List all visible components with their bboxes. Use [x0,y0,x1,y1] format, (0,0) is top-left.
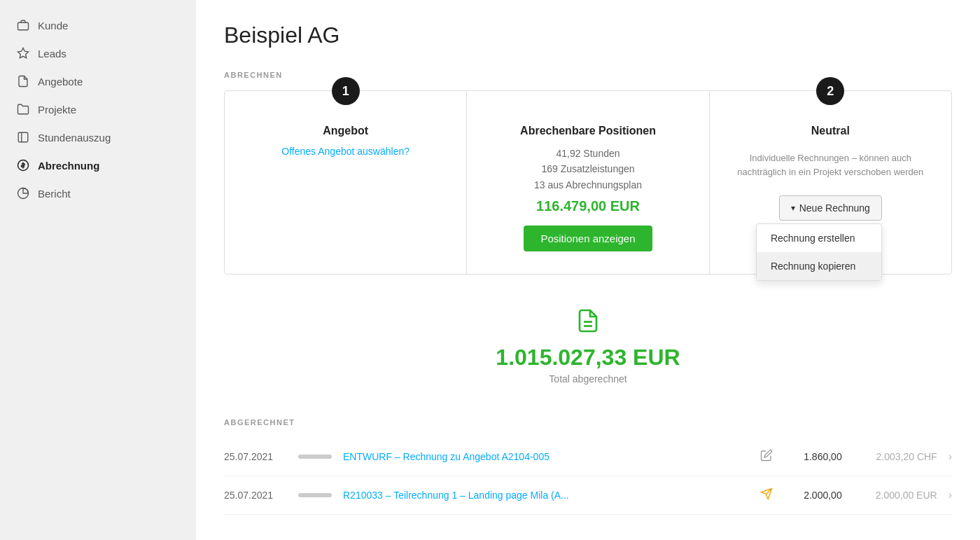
sidebar-item-kunde[interactable]: Kunde [0,11,196,39]
clock-icon [17,131,29,144]
sidebar-item-stundenauszug[interactable]: Stundenauszug [0,123,196,151]
invoice-expand-1[interactable]: › [948,450,952,463]
chart-icon [17,187,29,200]
abgerechnet-label: ABGERECHNET [224,418,952,427]
card-angebot: 1 Angebot Offenes Angebot auswählen? [225,91,467,274]
card-neutral-description: Individuelle Rechnungen – können auch na… [732,151,929,179]
total-section: 1.015.027,33 EUR Total abgerechnet [224,303,952,390]
card-neutral: 2 Neutral Individuelle Rechnungen – könn… [710,91,951,274]
invoice-total-1: 2.003,20 CHF [853,451,937,462]
svg-rect-0 [18,22,29,30]
table-row: 25.07.2021 R210033 – Teilrechnung 1 – La… [224,476,952,515]
briefcase-icon [17,19,29,32]
billing-cards: 1 Angebot Offenes Angebot auswählen? Abr… [224,90,952,275]
sidebar-label-bericht: Bericht [38,188,71,200]
edit-icon [758,449,775,464]
send-icon [758,487,775,503]
invoice-amount-1: 1.860,00 [786,451,842,462]
card-positionen: Abrechenbare Positionen 41,92 Stunden 16… [467,91,709,274]
total-doc-icon [575,308,601,339]
sidebar-item-angebote[interactable]: Angebote [0,67,196,95]
invoice-date-2: 25.07.2021 [224,490,287,501]
total-amount: 1.015.027,33 EUR [496,345,680,371]
sidebar-label-abrechnung: Abrechnung [38,160,99,172]
sidebar-item-abrechnung[interactable]: Abrechnung [0,151,196,179]
sidebar: Kunde Leads Angebote Projekte [0,0,196,540]
abrechnen-label: ABRECHNEN [224,71,952,79]
table-row: 25.07.2021 ENTWURF – Rechnung zu Angebot… [224,438,952,476]
sidebar-label-leads: Leads [38,48,66,60]
card-angebot-title: Angebot [323,125,368,137]
invoice-amount-2: 2.000,00 [786,490,842,501]
invoice-title-2[interactable]: R210033 – Teilrechnung 1 – Landing page … [343,490,747,501]
neue-rechnung-dropdown: Rechnung erstellen Rechnung kopieren [756,223,882,281]
sidebar-label-stundenauszug: Stundenauszug [38,132,111,144]
invoice-status-bar-2 [298,493,332,497]
sidebar-item-leads[interactable]: Leads [0,39,196,67]
open-angebot-link[interactable]: Offenes Angebot auswählen? [281,146,410,157]
circle-dollar-icon [17,159,29,172]
neue-rechnung-button[interactable]: ▾ Neue Rechnung [779,195,882,221]
invoice-expand-2[interactable]: › [948,489,952,501]
sidebar-item-bericht[interactable]: Bericht [0,179,196,207]
invoice-total-2: 2.000,00 EUR [853,490,937,501]
total-label: Total abgerechnet [549,373,626,385]
invoice-date-1: 25.07.2021 [224,451,287,462]
sidebar-item-projekte[interactable]: Projekte [0,95,196,123]
star-icon [17,47,29,60]
invoice-title-1[interactable]: ENTWURF – Rechnung zu Angebot A2104-005 [343,451,747,462]
rechnung-kopieren-item[interactable]: Rechnung kopieren [757,252,881,280]
sidebar-label-kunde: Kunde [38,20,68,32]
invoice-status-bar-1 [298,455,332,459]
page-title: Beispiel AG [224,22,952,48]
card-positionen-title: Abrechenbare Positionen [520,125,656,137]
card-neutral-title: Neutral [811,125,850,137]
neue-rechnung-label: Neue Rechnung [799,202,870,214]
main-content: Beispiel AG ABRECHNEN 1 Angebot Offenes … [196,0,980,540]
card-positionen-amount: 116.479,00 EUR [536,198,640,214]
svg-rect-2 [18,132,28,142]
card-positionen-info: 41,92 Stunden 169 Zusatzleistungen 13 au… [534,146,642,193]
positionen-anzeigen-button[interactable]: Positionen anzeigen [524,226,652,251]
neue-rechnung-wrapper: ▾ Neue Rechnung Rechnung erstellen Rechn… [779,179,882,221]
rechnung-erstellen-item[interactable]: Rechnung erstellen [757,224,881,252]
chevron-down-icon: ▾ [791,203,795,213]
svg-marker-1 [18,48,29,58]
step-badge-1: 1 [332,77,360,105]
sidebar-label-angebote: Angebote [38,76,83,88]
sidebar-label-projekte: Projekte [38,104,76,116]
file-icon [17,75,29,88]
step-badge-2: 2 [816,77,844,105]
folder-icon [17,103,29,116]
